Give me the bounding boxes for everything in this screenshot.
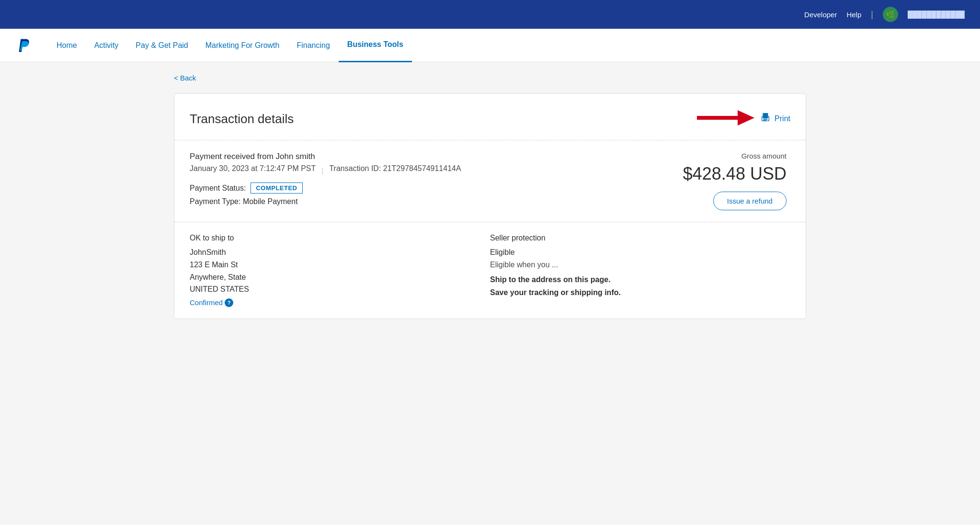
address-line2: Anywhere, State [190,271,490,284]
shipping-section: OK to ship to JohnSmith 123 E Main St An… [174,222,806,319]
arrow-annotation-icon [697,107,754,130]
shipping-right: Seller protection Eligible Eligible when… [490,234,790,307]
payment-status-row: Payment Status: COMPLETED [190,183,580,194]
payment-from: Payment received from John smith [190,152,580,161]
transaction-left: Payment received from John smith January… [190,152,580,206]
confirmed-link[interactable]: Confirmed ? [190,298,490,307]
nav-activity[interactable]: Activity [86,29,127,62]
printer-icon [760,113,771,125]
paypal-logo[interactable] [15,37,33,54]
username-display: ████████████ [908,11,965,18]
avatar[interactable]: 🌿 [883,7,898,22]
svg-rect-6 [763,116,768,118]
svg-rect-5 [763,120,766,121]
address-line3: UNITED STATES [190,283,490,296]
gross-label: Gross amount [582,152,786,160]
svg-marker-1 [738,110,754,126]
status-label: Payment Status: [190,184,246,193]
date-txid-row: January 30, 2023 at 7:12:47 PM PST | Tra… [190,164,580,178]
print-button[interactable]: Print [760,113,790,125]
ok-to-ship-label: OK to ship to [190,234,490,242]
gross-amount: $428.48 USD [582,164,786,184]
nav-home[interactable]: Home [48,29,86,62]
confirmed-label: Confirmed [190,298,223,307]
eligible-when: Eligible when you ... [490,261,790,269]
nav-marketing[interactable]: Marketing For Growth [197,29,288,62]
help-icon[interactable]: ? [225,298,233,307]
address-line1: 123 E Main St [190,259,490,271]
eligible-label: Eligible [490,248,790,257]
transaction-title: Transaction details [190,112,294,126]
nav-pay-get-paid[interactable]: Pay & Get Paid [127,29,196,62]
print-label: Print [775,114,790,123]
nav-business-tools[interactable]: Business Tools [339,29,412,62]
refund-button[interactable]: Issue a refund [713,192,786,210]
avatar-icon: 🌿 [886,10,895,19]
shipping-left: OK to ship to JohnSmith 123 E Main St An… [190,234,490,307]
top-bar-divider: | [871,10,873,20]
help-link[interactable]: Help [846,11,861,19]
transaction-right: Gross amount $428.48 USD Issue a refund [582,152,786,210]
payment-date: January 30, 2023 at 7:12:47 PM PST [190,164,316,173]
seller-protection-label: Seller protection [490,234,790,242]
print-area: Print [697,107,790,130]
back-button[interactable]: < Back [174,74,196,82]
recipient-name: JohnSmith [190,248,490,257]
developer-link[interactable]: Developer [804,11,837,19]
nav-financing[interactable]: Financing [288,29,338,62]
transaction-card: Transaction details [174,93,806,319]
ship-address: 123 E Main St Anywhere, State UNITED STA… [190,259,490,296]
transaction-id: Transaction ID: 21T29784574911414A [329,164,461,173]
ship-detail-line1: Ship to the address on this page. [490,273,790,286]
payment-type: Payment Type: Mobile Payment [190,197,580,206]
status-badge: COMPLETED [251,183,302,194]
nav-bar: Home Activity Pay & Get Paid Marketing F… [0,29,980,62]
svg-rect-2 [763,113,768,116]
transaction-body: Payment received from John smith January… [174,140,806,222]
ship-detail-line2: Save your tracking or shipping info. [490,286,790,299]
card-header: Transaction details [174,94,806,140]
svg-rect-4 [763,119,768,120]
eligible-detail: Ship to the address on this page. Save y… [490,273,790,299]
top-bar: Developer Help | 🌿 ████████████ [0,0,980,29]
main-content: < Back Transaction details [155,62,825,331]
separator: | [321,167,323,175]
